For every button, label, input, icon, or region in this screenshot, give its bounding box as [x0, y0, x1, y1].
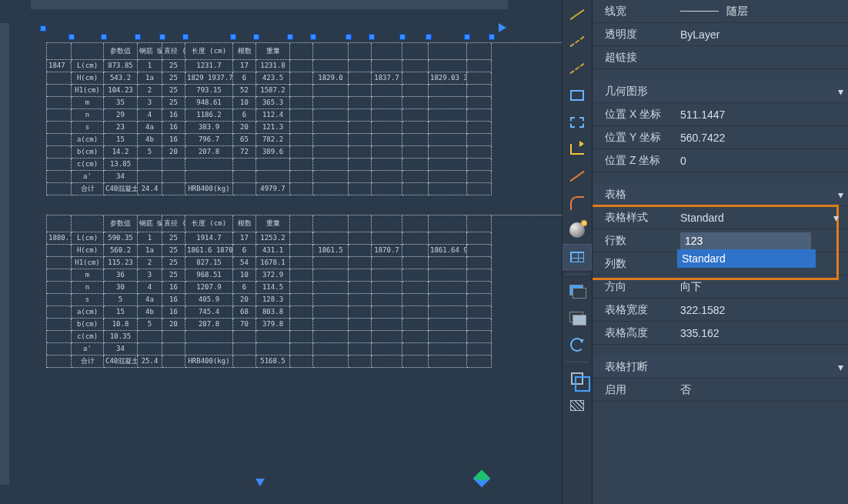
prop-transparency[interactable]: 透明度 ByLayer: [593, 23, 848, 46]
tool-rect-dashed[interactable]: [563, 109, 592, 135]
prop-pos-x-label: 位置 X 坐标: [593, 108, 677, 122]
prop-lineweight-value: 随层: [726, 5, 748, 18]
prop-table-direction-value: 向下: [677, 275, 848, 298]
prop-break-enable-value: 否: [677, 379, 848, 401]
prop-transparency-value: ByLayer: [677, 23, 848, 45]
tool-ray[interactable]: [563, 28, 592, 55]
prop-table-height[interactable]: 表格高度 335.162: [593, 322, 848, 345]
prop-table-rows-label: 行数: [593, 234, 677, 248]
prop-table-rows[interactable]: 行数 Standard: [593, 229, 848, 252]
model-canvas[interactable]: 参数值钢筋 编号直径 (mm)长度 (cm)根数重量1847 7L(cm)873…: [0, 0, 562, 504]
selection-grips-top: [40, 25, 506, 32]
tool-rotate[interactable]: [563, 332, 592, 358]
prop-lineweight-label: 线宽: [593, 5, 677, 18]
prop-pos-y[interactable]: 位置 Y 坐标 560.7422: [593, 126, 848, 149]
tool-xline[interactable]: [563, 55, 592, 82]
prop-pos-y-label: 位置 Y 坐标: [593, 131, 677, 145]
prop-table-cols-value: [677, 252, 848, 275]
section-table[interactable]: 表格 ▾: [593, 183, 848, 206]
prop-table-direction[interactable]: 方向 向下: [593, 275, 848, 299]
prop-hyperlink[interactable]: 超链接: [593, 46, 848, 69]
section-table-break[interactable]: 表格打断 ▾: [593, 355, 848, 379]
section-geometry[interactable]: 几何图形 ▾: [593, 80, 848, 103]
prop-table-style-label: 表格样式: [593, 211, 677, 225]
drawing-table-1[interactable]: 参数值钢筋 编号直径 (mm)长度 (cm)根数重量1847 7L(cm)873…: [46, 42, 562, 195]
tool-sphere[interactable]: [563, 217, 592, 243]
chevron-down-icon[interactable]: ▾: [828, 212, 843, 224]
prop-break-enable-label: 启用: [593, 383, 677, 397]
properties-panel: 线宽 随层 透明度 ByLayer 超链接 几何图形 ▾ 位置 X 坐标 511…: [593, 0, 848, 504]
prop-table-width[interactable]: 表格宽度 322.1582: [593, 299, 848, 322]
tool-hatch[interactable]: [563, 392, 592, 419]
prop-break-enable[interactable]: 启用 否: [593, 379, 848, 402]
prop-table-width-label: 表格宽度: [593, 303, 677, 317]
prop-table-width-value: 322.1582: [677, 299, 848, 321]
section-geometry-label: 几何图形: [593, 85, 833, 98]
prop-hyperlink-value: [677, 46, 848, 68]
prop-hyperlink-label: 超链接: [593, 51, 677, 65]
selection-arrow-down: [255, 479, 265, 491]
prop-table-cols-label: 列数: [593, 257, 677, 271]
section-table-label: 表格: [593, 188, 833, 202]
prop-table-cols[interactable]: 列数: [593, 252, 848, 275]
tool-line[interactable]: [563, 2, 592, 28]
prop-table-direction-label: 方向: [593, 280, 677, 294]
selection-corner-arrow: [473, 470, 491, 488]
tool-bring-front[interactable]: [563, 278, 592, 304]
prop-table-rows-input[interactable]: [680, 232, 811, 249]
chevron-down-icon: ▾: [833, 85, 848, 98]
tool-diagonal[interactable]: [563, 163, 592, 189]
prop-pos-z-label: 位置 Z 坐标: [593, 154, 677, 168]
chevron-down-icon: ▾: [833, 361, 848, 373]
section-table-break-label: 表格打断: [593, 360, 833, 374]
tool-send-back[interactable]: [563, 305, 592, 331]
chevron-down-icon: ▾: [833, 189, 848, 201]
tool-crop[interactable]: [563, 365, 592, 392]
prop-table-style[interactable]: 表格样式 Standard ▾: [593, 206, 848, 229]
tool-polyline-arrow[interactable]: [563, 136, 592, 162]
tool-rectangle[interactable]: [563, 82, 592, 108]
prop-pos-x[interactable]: 位置 X 坐标 511.1447: [593, 103, 848, 126]
prop-pos-z[interactable]: 位置 Z 坐标 0: [593, 149, 848, 172]
prop-transparency-label: 透明度: [593, 28, 677, 42]
prop-pos-x-value: 511.1447: [677, 103, 848, 125]
tool-arc[interactable]: [563, 190, 592, 216]
prop-table-height-label: 表格高度: [593, 326, 677, 340]
draw-tool-strip: [562, 0, 593, 504]
prop-pos-z-value: 0: [677, 149, 848, 172]
ruler-left: [0, 23, 9, 485]
prop-lineweight[interactable]: 线宽 随层: [593, 0, 848, 23]
prop-table-height-value: 335.162: [677, 322, 848, 344]
prop-table-style-value: Standard: [680, 212, 724, 224]
prop-pos-y-value: 560.7422: [677, 126, 848, 149]
ruler-top: [31, 0, 508, 9]
drawing-table-2[interactable]: 参数值钢筋 编号直径 (mm)长度 (cm)根数重量1880.7L(cm)590…: [46, 215, 562, 368]
tool-table[interactable]: [563, 244, 592, 270]
